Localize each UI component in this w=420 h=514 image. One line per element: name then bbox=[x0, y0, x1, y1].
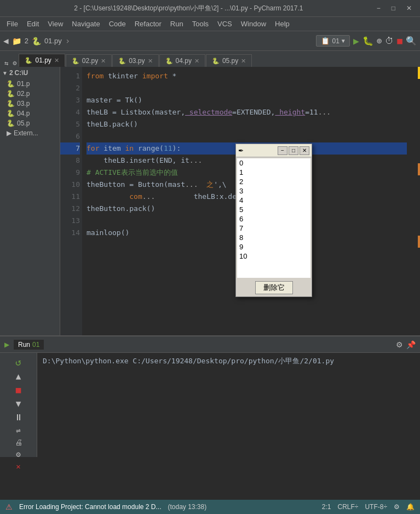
sidebar-file-05: 05.p bbox=[17, 119, 30, 127]
run-print-icon[interactable]: 🖨 bbox=[15, 438, 22, 447]
run-config-dropdown-icon[interactable]: ▼ bbox=[342, 38, 345, 44]
tab-04py[interactable]: 🐍 04.py ✕ bbox=[159, 54, 205, 67]
run-scroll-down-icon[interactable]: ▼ bbox=[16, 398, 21, 409]
list-item-0[interactable]: 0 bbox=[237, 158, 310, 168]
run-settings-icon[interactable]: ⚙ bbox=[396, 340, 403, 349]
run-tab[interactable]: Run 01 bbox=[14, 340, 44, 350]
minimize-button[interactable]: − bbox=[373, 3, 384, 13]
tab-label-04: 04.py bbox=[176, 57, 192, 65]
sidebar-item-01p[interactable]: 🐍 01.p bbox=[0, 79, 60, 89]
tab-01py[interactable]: 🐍 01.py ✕ bbox=[19, 54, 65, 67]
file-icon-05: 🐍 bbox=[7, 119, 15, 127]
run-config-name: 01 bbox=[332, 37, 339, 45]
run-panel: ▶ Run 01 ⚙ 📌 ↺ ▲ ■ ▼ ⏸ ⇌ 🖨 ⚙ ✕ D:\Python… bbox=[0, 335, 420, 456]
tab-02py[interactable]: 🐍 02.py ✕ bbox=[66, 54, 112, 67]
list-item-4[interactable]: 4 bbox=[237, 196, 310, 205]
tab-close-02[interactable]: ✕ bbox=[101, 58, 106, 65]
maximize-button[interactable]: □ bbox=[388, 3, 399, 13]
run-button[interactable]: ▶ bbox=[353, 35, 359, 47]
run-config-selector[interactable]: 📋 01 ▼ bbox=[316, 35, 349, 47]
status-encoding[interactable]: UTF-8÷ bbox=[365, 503, 387, 511]
file-icon-03: 🐍 bbox=[7, 100, 15, 107]
status-error-text[interactable]: Error Loading Project: Cannot load modul… bbox=[19, 503, 161, 511]
tab-05py[interactable]: 🐍 05.py ✕ bbox=[206, 54, 252, 67]
status-settings-icon[interactable]: ⚙ bbox=[394, 503, 400, 511]
run-pin-icon[interactable]: 📌 bbox=[406, 340, 416, 349]
run-restart-icon[interactable]: ↺ bbox=[15, 356, 21, 368]
run-panel-icon: ▶ bbox=[4, 341, 9, 349]
run-left-toolbar: ↺ ▲ ■ ▼ ⏸ ⇌ 🖨 ⚙ ✕ bbox=[0, 353, 37, 457]
run-content-area: ↺ ▲ ■ ▼ ⏸ ⇌ 🖨 ⚙ ✕ D:\Python\python.exe C… bbox=[0, 353, 420, 457]
run-close-icon[interactable]: ✕ bbox=[16, 462, 20, 471]
sidebar-item-external[interactable]: ▶ Extern... bbox=[0, 128, 60, 138]
tab-label-02: 02.py bbox=[82, 57, 98, 65]
status-notification-icon[interactable]: 🔔 bbox=[406, 503, 415, 511]
search-button[interactable]: 🔍 bbox=[406, 36, 417, 46]
tab-nav-settings[interactable]: ⚙ bbox=[10, 59, 19, 67]
status-line-sep[interactable]: CRLF÷ bbox=[337, 503, 358, 511]
run-pause-icon[interactable]: ⏸ bbox=[14, 412, 23, 422]
menu-view[interactable]: View bbox=[43, 19, 67, 29]
tab-label-01: 01.py bbox=[35, 56, 51, 64]
coverage-button[interactable]: ⊕ bbox=[377, 36, 382, 46]
external-icon: ▶ bbox=[7, 129, 11, 137]
sidebar-item-05p[interactable]: 🐍 05.p bbox=[0, 118, 60, 128]
list-item-8[interactable]: 8 bbox=[237, 233, 310, 242]
title-text: 2 - [C:\Users\19248\Desktop\pro\python\小… bbox=[4, 4, 373, 13]
run-settings2-icon[interactable]: ⚙ bbox=[16, 450, 20, 459]
sidebar-item-02p[interactable]: 🐍 02.p bbox=[0, 89, 60, 99]
run-wrap-icon[interactable]: ⇌ bbox=[16, 426, 20, 435]
tab-close-03[interactable]: ✕ bbox=[148, 58, 153, 65]
stop-button[interactable]: ■ bbox=[397, 36, 402, 46]
float-minimize-button[interactable]: − bbox=[278, 146, 287, 155]
sidebar-item-04p[interactable]: 🐍 04.p bbox=[0, 108, 60, 118]
list-item-6[interactable]: 6 bbox=[237, 214, 310, 224]
sidebar-header: ▼ 2 C:\U bbox=[0, 67, 60, 79]
list-item-5[interactable]: 5 bbox=[237, 205, 310, 214]
run-name-badge: 01 bbox=[32, 341, 39, 349]
tab-label-05: 05.py bbox=[222, 57, 238, 65]
float-listbox[interactable]: 0 1 2 3 4 5 6 7 8 9 10 bbox=[237, 158, 310, 278]
list-item-7[interactable]: 7 bbox=[237, 224, 310, 233]
float-maximize-button[interactable]: □ bbox=[289, 146, 298, 155]
tab-nav-left[interactable]: ⇆ bbox=[2, 59, 10, 67]
menu-edit[interactable]: Edit bbox=[22, 19, 43, 29]
menu-tools[interactable]: Tools bbox=[188, 19, 213, 29]
tab-close-01[interactable]: ✕ bbox=[54, 57, 59, 64]
tab-close-04[interactable]: ✕ bbox=[194, 58, 199, 65]
list-item-2[interactable]: 2 bbox=[237, 177, 310, 186]
menu-run[interactable]: Run bbox=[166, 19, 188, 29]
code-editor[interactable]: 1 2 3 4 5 6 7 8 9 10 11 12 13 14 from tk… bbox=[60, 67, 420, 335]
sidebar-project-number: 2 bbox=[9, 69, 13, 77]
tab-icon-05: 🐍 bbox=[212, 58, 220, 65]
line-numbers: 1 2 3 4 5 6 7 8 9 10 11 12 13 14 bbox=[60, 67, 82, 335]
sidebar-arrow[interactable]: ▼ bbox=[2, 70, 8, 76]
debug-button[interactable]: 🐛 bbox=[363, 36, 373, 46]
menu-help[interactable]: Help bbox=[271, 19, 294, 29]
menu-vcs[interactable]: VCS bbox=[213, 19, 237, 29]
list-item-3[interactable]: 3 bbox=[237, 186, 310, 196]
sidebar: ▼ 2 C:\U 🐍 01.p 🐍 02.p 🐍 03.p 🐍 04.p 🐍 0… bbox=[0, 67, 60, 335]
menu-window[interactable]: Window bbox=[237, 19, 271, 29]
menu-code[interactable]: Code bbox=[105, 19, 130, 29]
toolbar-back-icon[interactable]: ◀ bbox=[3, 36, 9, 46]
float-window: ✒ − □ ✕ 0 1 2 3 4 5 6 7 8 9 10 bbox=[235, 144, 312, 297]
sidebar-item-03p[interactable]: 🐍 03.p bbox=[0, 99, 60, 108]
profile-button[interactable]: ⏱ bbox=[385, 36, 394, 46]
tab-03py[interactable]: 🐍 03.py ✕ bbox=[112, 54, 158, 67]
right-gutter bbox=[411, 67, 420, 335]
list-item-10[interactable]: 10 bbox=[237, 252, 310, 261]
menu-navigate[interactable]: Navigate bbox=[67, 19, 104, 29]
gutter-mark-2 bbox=[418, 163, 420, 175]
run-stop-icon[interactable]: ■ bbox=[16, 385, 21, 395]
close-button[interactable]: ✕ bbox=[402, 3, 416, 13]
delete-button[interactable]: 删除它 bbox=[255, 281, 293, 294]
float-close-button[interactable]: ✕ bbox=[300, 146, 309, 155]
list-item-9[interactable]: 9 bbox=[237, 242, 310, 252]
menu-file[interactable]: File bbox=[2, 19, 22, 29]
statusbar: ⚠ Error Loading Project: Cannot load mod… bbox=[0, 500, 420, 514]
list-item-1[interactable]: 1 bbox=[237, 168, 310, 177]
menu-refactor[interactable]: Refactor bbox=[130, 19, 166, 29]
run-scroll-up-icon[interactable]: ▲ bbox=[16, 371, 21, 381]
tab-close-05[interactable]: ✕ bbox=[241, 58, 246, 65]
